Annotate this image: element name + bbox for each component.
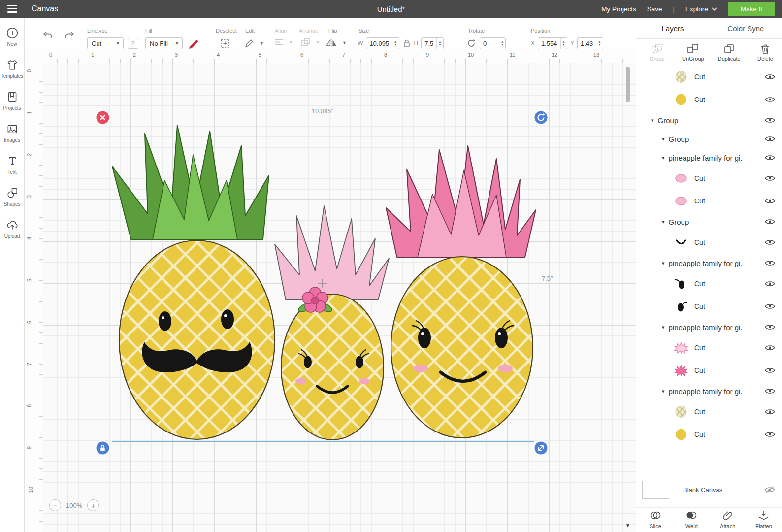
layer-row[interactable]: Cut — [636, 66, 782, 88]
layer-row[interactable]: Cut — [636, 295, 782, 318]
rotate-stepper[interactable]: ▲▼ — [499, 38, 505, 49]
caret-down-icon[interactable]: ▾ — [651, 117, 654, 124]
layer-row[interactable]: Cut — [636, 336, 782, 359]
layer-row[interactable]: Cut — [636, 272, 782, 295]
height-stepper[interactable]: ▲▼ — [436, 38, 443, 49]
width-stepper[interactable]: ▲▼ — [392, 38, 398, 49]
pineapple-daughter[interactable] — [275, 206, 389, 440]
caret-down-icon[interactable]: ▾ — [662, 324, 665, 331]
layer-row[interactable]: Cut — [636, 359, 782, 382]
eye-icon[interactable] — [765, 154, 775, 161]
undo-icon[interactable] — [42, 31, 53, 39]
ungroup-button[interactable]: UnGroup — [680, 43, 706, 62]
caret-down-icon[interactable]: ▾ — [662, 219, 665, 225]
eye-icon[interactable] — [765, 175, 775, 182]
canvas-scrollbar[interactable] — [625, 67, 631, 519]
blank-canvas-row[interactable]: Blank Canvas — [636, 477, 782, 502]
nav-my-projects[interactable]: My Projects — [601, 5, 636, 13]
position-x-input[interactable]: 1.554 ▲▼ — [538, 37, 567, 49]
nav-save[interactable]: Save — [647, 5, 662, 13]
eye-icon[interactable] — [765, 303, 775, 310]
pineapple-mom[interactable] — [386, 146, 536, 438]
group-button[interactable]: Group — [644, 43, 670, 62]
rotate-input[interactable]: 0 ▲▼ — [480, 37, 506, 49]
caret-down-icon[interactable]: ▾ — [662, 136, 665, 142]
layer-row[interactable]: ▾pineapple family for gi... — [636, 254, 782, 272]
layer-row[interactable]: Cut — [636, 423, 782, 446]
sidebar-item-text[interactable]: T Text — [0, 155, 25, 175]
eye-icon[interactable] — [765, 431, 775, 438]
eye-icon[interactable] — [765, 344, 775, 351]
scrollbar-down-arrow[interactable]: ▼ — [625, 523, 631, 528]
document-title[interactable]: Untitled* — [377, 5, 405, 13]
eye-icon[interactable] — [765, 73, 775, 80]
sidebar-item-upload[interactable]: Upload — [0, 219, 25, 239]
height-input[interactable]: 7.5 ▲▼ — [421, 37, 444, 49]
layer-row[interactable]: Cut — [636, 400, 782, 423]
layer-row[interactable]: Cut — [636, 231, 782, 254]
menu-icon[interactable] — [0, 0, 25, 18]
layer-row[interactable]: ▾Group — [636, 130, 782, 148]
layer-row[interactable]: Cut — [636, 190, 782, 212]
eye-icon[interactable] — [765, 198, 775, 204]
slice-button[interactable]: Slice — [644, 510, 667, 532]
tab-layers[interactable]: Layers — [636, 18, 709, 38]
eye-icon[interactable] — [765, 280, 775, 287]
caret-down-icon[interactable]: ▾ — [662, 260, 665, 266]
delete-handle[interactable] — [96, 111, 109, 124]
layer-row[interactable]: ▾Group — [636, 111, 782, 130]
sidebar-item-new[interactable]: New — [0, 27, 25, 47]
pineapple-dad[interactable] — [112, 125, 275, 439]
sidebar-item-templates[interactable]: Templates — [0, 59, 25, 79]
eye-icon[interactable] — [765, 218, 775, 225]
sidebar-item-projects[interactable]: Projects — [0, 91, 25, 111]
rotate-icon[interactable] — [466, 38, 477, 49]
nav-explore[interactable]: Explore — [685, 5, 717, 13]
rotate-handle[interactable] — [534, 111, 548, 124]
eye-icon[interactable] — [765, 367, 775, 374]
eye-icon[interactable] — [765, 239, 775, 246]
arrange-button[interactable]: ▼ — [300, 37, 320, 47]
eye-icon[interactable] — [765, 388, 775, 395]
canvas-grid[interactable]: 10.095" 7.5" − 100% + ▼ — [43, 63, 636, 532]
flatten-button[interactable]: Flatten — [752, 510, 775, 532]
make-it-button[interactable]: Make It — [728, 2, 775, 16]
edit-button[interactable]: ▼ — [243, 37, 264, 49]
fill-color-pen-icon[interactable] — [188, 38, 200, 49]
help-button[interactable]: ? — [128, 38, 138, 49]
layer-row[interactable]: ▾pineapple family for gi... — [636, 382, 782, 400]
scrollbar-thumb[interactable] — [626, 67, 630, 102]
eye-icon[interactable] — [765, 117, 775, 124]
layer-row[interactable]: ▾Group — [636, 212, 782, 231]
linetype-select[interactable]: Cut▼ — [87, 37, 124, 49]
eye-icon[interactable] — [765, 408, 775, 415]
lock-handle[interactable] — [96, 441, 109, 455]
align-button[interactable]: ▼ — [273, 37, 293, 47]
layer-row[interactable]: ▾pineapple family for gi... — [636, 148, 782, 167]
flip-button[interactable]: ▼ — [325, 37, 347, 48]
layer-row[interactable]: Cut — [636, 88, 782, 111]
tab-color-sync[interactable]: Color Sync — [709, 18, 782, 38]
duplicate-button[interactable]: Duplicate — [717, 43, 742, 62]
deselect-icon[interactable] — [219, 37, 231, 49]
delete-button[interactable]: Delete — [752, 43, 778, 62]
blank-canvas-swatch[interactable] — [642, 481, 669, 499]
sidebar-item-shapes[interactable]: Shapes — [0, 187, 25, 207]
eye-off-icon[interactable] — [764, 486, 775, 494]
zoom-out-button[interactable]: − — [49, 499, 61, 511]
caret-down-icon[interactable]: ▾ — [662, 155, 665, 161]
eye-icon[interactable] — [765, 324, 775, 331]
eye-icon[interactable] — [765, 260, 775, 266]
lock-ratio-icon[interactable] — [402, 38, 411, 48]
fill-select[interactable]: No Fill▼ — [145, 37, 183, 49]
position-y-stepper[interactable]: ▲▼ — [596, 38, 602, 49]
position-y-input[interactable]: 1.43 ▲▼ — [577, 37, 603, 49]
eye-icon[interactable] — [765, 135, 775, 142]
width-input[interactable]: 10.095 ▲▼ — [366, 37, 399, 49]
layer-row[interactable]: ▾pineapple family for gi... — [636, 318, 782, 336]
position-x-stepper[interactable]: ▲▼ — [560, 38, 567, 49]
zoom-in-button[interactable]: + — [87, 499, 99, 511]
layer-row[interactable]: Cut — [636, 167, 782, 190]
eye-icon[interactable] — [765, 96, 775, 103]
redo-icon[interactable] — [64, 31, 75, 39]
